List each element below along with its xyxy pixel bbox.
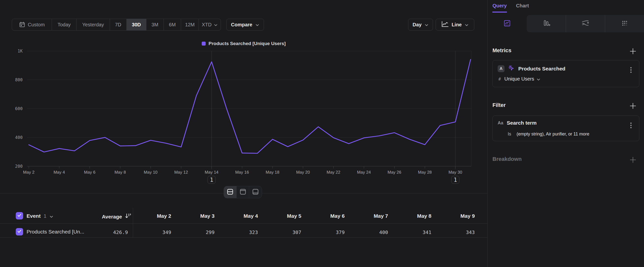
series-letter-badge: A [498, 65, 504, 72]
date-range-label: 3M [152, 22, 158, 28]
calendar-icon [19, 22, 25, 28]
property-type-icon: Aa [498, 120, 503, 126]
row-value: 323 [216, 229, 258, 235]
check-icon [17, 229, 22, 234]
annotation-badge[interactable]: 1 [208, 176, 216, 184]
aggregation-symbol: # [498, 77, 501, 82]
date-range-custom[interactable]: Custom [12, 19, 52, 30]
insights-icon [503, 19, 511, 28]
x-axis-label: May 26 [388, 170, 401, 175]
date-range-label: 12M [185, 22, 194, 28]
funnels-icon [542, 19, 550, 28]
date-column-header[interactable]: May 2 [130, 213, 171, 219]
data-table: Event 1 Average May 2May 3May 4May 5May … [0, 193, 487, 267]
filter-card[interactable]: Aa Search term Is (empty string), Air pu… [492, 116, 639, 141]
flows-icon [581, 19, 590, 28]
filter-value[interactable]: (empty string), Air purifier, or 11 more [516, 132, 590, 137]
metrics-heading: Metrics [492, 47, 512, 54]
row-average-value: 426.9 [88, 229, 128, 235]
granularity-button[interactable]: Day [408, 19, 433, 31]
report-type-tab-funnels[interactable] [527, 15, 566, 32]
filter-operator[interactable]: Is [508, 132, 511, 137]
check-icon [17, 213, 22, 218]
x-axis-label: May 24 [357, 170, 371, 175]
series-line[interactable] [29, 60, 470, 153]
date-column-header[interactable]: May 3 [173, 213, 214, 219]
table-header-row: Event 1 Average May 2May 3May 4May 5May … [0, 193, 487, 223]
metric-card-aggregation-row: # Unique Users [498, 76, 540, 82]
add-breakdown-button[interactable] [629, 156, 636, 164]
panel-tabs: QueryChart [492, 3, 529, 13]
x-axis-label: May 18 [266, 170, 280, 175]
y-axis-label: 800 [15, 77, 23, 82]
query-panel: QueryChart Metrics A Products Searched #… [487, 0, 644, 267]
row-value: 349 [130, 229, 171, 235]
y-axis-label: 1K [18, 49, 23, 54]
compare-button[interactable]: Compare [226, 19, 264, 31]
x-axis-label: May 22 [327, 170, 340, 175]
report-type-tab-insights[interactable] [488, 15, 527, 32]
x-axis-label: May 16 [235, 170, 249, 175]
panel-tab-query[interactable]: Query [492, 3, 507, 13]
breakdown-heading: Breakdown [492, 156, 522, 162]
date-range-label: 30D [132, 22, 141, 28]
metric-card-title-row: A Products Searched [498, 65, 565, 72]
date-range-3m[interactable]: 3M [146, 19, 164, 30]
row-value: 341 [390, 229, 432, 235]
date-range-6m[interactable]: 6M [164, 19, 181, 30]
date-range-30d[interactable]: 30D [127, 19, 146, 30]
metric-card[interactable]: A Products Searched # Unique Users [492, 60, 639, 87]
date-range-label: Today [58, 22, 70, 28]
average-header-label: Average [102, 214, 122, 220]
row-value: 379 [303, 229, 345, 235]
panel-tab-chart[interactable]: Chart [516, 3, 529, 13]
x-axis-label: May 30 [448, 170, 462, 175]
chart-style-button[interactable]: Line [436, 19, 474, 31]
add-metric-button[interactable] [629, 48, 636, 55]
line-chart[interactable]: 1K800600400200May 2May 4May 6May 8May 10… [0, 35, 487, 187]
date-range-today[interactable]: Today [52, 19, 76, 30]
x-axis-label: May 2 [23, 170, 34, 175]
event-sparkle-icon [508, 65, 514, 72]
average-column-header[interactable]: Average [88, 213, 131, 220]
table-header-divider [0, 223, 487, 224]
filter-property-name[interactable]: Search term [507, 120, 536, 126]
chevron-down-icon [50, 214, 54, 218]
select-all-checkbox[interactable] [16, 212, 23, 219]
aggregation-selector[interactable]: Unique Users [504, 76, 540, 82]
annotation-badge[interactable]: 1 [452, 176, 460, 184]
granularity-label: Day [412, 22, 422, 28]
x-axis-label: May 8 [114, 170, 126, 175]
metric-event-name[interactable]: Products Searched [518, 66, 565, 72]
date-range-7d[interactable]: 7D [110, 19, 127, 30]
metric-menu-button[interactable] [629, 67, 633, 73]
add-filter-button[interactable] [629, 102, 636, 110]
date-column-header[interactable]: May 7 [346, 213, 388, 219]
chart-style-label: Line [452, 22, 462, 28]
filter-menu-button[interactable] [629, 122, 633, 129]
event-header-label: Event [26, 213, 40, 219]
retention-icon [621, 19, 629, 28]
date-range-xtd[interactable]: XTD [199, 19, 221, 30]
chart-canvas: 1K800600400200 [0, 35, 487, 187]
date-range-yesterday[interactable]: Yesterday [76, 19, 110, 30]
date-column-header[interactable]: May 6 [303, 213, 345, 219]
x-axis-label: May 14 [205, 170, 218, 175]
chevron-down-icon [465, 23, 468, 27]
row-value: 307 [260, 229, 301, 235]
report-canvas: CustomTodayYesterday7D30D3M6M12MXTD Comp… [0, 0, 487, 267]
chevron-down-icon [214, 23, 218, 27]
date-column-header[interactable]: May 5 [260, 213, 301, 219]
date-column-header[interactable]: May 4 [216, 213, 258, 219]
date-range-label: 7D [115, 22, 122, 28]
report-type-tab-flows[interactable] [566, 15, 606, 32]
x-axis-label: May 10 [144, 170, 158, 175]
event-column-header[interactable]: Event 1 [26, 213, 54, 219]
date-column-header[interactable]: May 9 [433, 213, 475, 219]
report-type-tabs [488, 15, 644, 32]
row-label[interactable]: Products Searched [Un... [26, 229, 88, 235]
row-checkbox[interactable] [16, 228, 23, 235]
date-column-header[interactable]: May 8 [390, 213, 432, 219]
date-range-12m[interactable]: 12M [181, 19, 199, 30]
report-type-tab-retention[interactable] [605, 15, 644, 32]
